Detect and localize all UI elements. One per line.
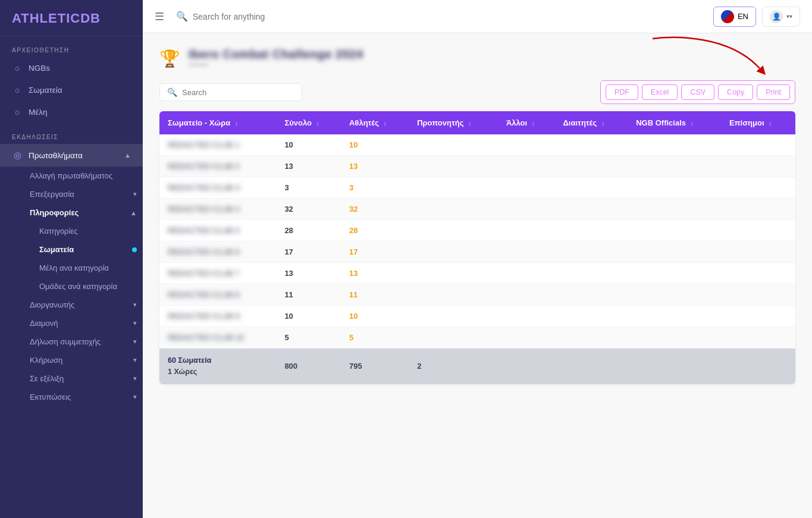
cell-proponitirs bbox=[409, 306, 498, 327]
cell-diaitites bbox=[555, 284, 628, 306]
cell-synolo: 3 bbox=[276, 177, 341, 199]
chevron-down-icon: ▾ bbox=[133, 190, 137, 198]
excel-button[interactable]: Excel bbox=[642, 84, 678, 100]
col-alloi: Άλλοι ↕ bbox=[498, 111, 555, 134]
sidebar-item-kathgories[interactable]: Κατηγορίες bbox=[33, 222, 143, 240]
omades-label: Ομάδες ανά κατηγορία bbox=[39, 282, 117, 291]
page-title-text: Ibero Combat Challenge 2024 •••••••• bbox=[189, 48, 363, 70]
melh-icon: ○ bbox=[12, 107, 23, 117]
footer-athlites: 795 bbox=[341, 349, 409, 384]
chevron-down-icon6: ▾ bbox=[133, 375, 137, 382]
data-table: Σωματείο - Χώρα ↕ Σύνολο ↕ Αθλητές ↕ bbox=[159, 111, 795, 384]
epexergasia-label: Επεξεργασία bbox=[30, 190, 74, 199]
app-logo: ATHLETICDB bbox=[0, 0, 143, 36]
cell-episimoi bbox=[721, 156, 795, 177]
lang-label: EN bbox=[738, 12, 748, 21]
chevron-down-icon4: ▾ bbox=[133, 338, 137, 346]
cell-synolo: 17 bbox=[276, 241, 341, 263]
col-ngb: NGB Officials ↕ bbox=[628, 111, 721, 134]
sort-icon-diaitites[interactable]: ↕ bbox=[601, 120, 604, 127]
cell-club: REDACTED CLUB 8 bbox=[159, 284, 276, 306]
sidebar-item-swmateio2[interactable]: Σωματεία bbox=[33, 240, 143, 259]
user-avatar-icon: 👤 bbox=[770, 10, 783, 23]
table-row: REDACTED CLUB 21313 bbox=[159, 156, 795, 177]
cell-athlites: 13 bbox=[341, 156, 409, 177]
sort-icon-episimoi[interactable]: ↕ bbox=[769, 120, 772, 127]
data-table-wrapper: Σωματείο - Χώρα ↕ Σύνολο ↕ Αθλητές ↕ bbox=[159, 111, 795, 384]
sidebar-item-plhrofories[interactable]: Πληροφορίες ▲ bbox=[24, 203, 143, 222]
sidebar-item-swmateio[interactable]: ○ Σωματεία bbox=[0, 79, 143, 101]
cell-athlites: 3 bbox=[341, 177, 409, 199]
cell-alloi bbox=[498, 220, 555, 241]
hamburger-icon[interactable]: ☰ bbox=[155, 10, 164, 23]
pdf-button[interactable]: PDF bbox=[606, 84, 638, 100]
col-synolo: Σύνολο ↕ bbox=[276, 111, 341, 134]
cell-athlites: 32 bbox=[341, 199, 409, 220]
sidebar-item-melh[interactable]: ○ Μέλη bbox=[0, 101, 143, 123]
sort-icon-synolo[interactable]: ↕ bbox=[316, 120, 319, 127]
footer-diaitites bbox=[555, 349, 628, 384]
cell-alloi bbox=[498, 156, 555, 177]
table-scroll[interactable]: Σωματείο - Χώρα ↕ Σύνολο ↕ Αθλητές ↕ bbox=[159, 111, 795, 384]
table-footer: 60 Σωματεία 1 Χώρες 800 795 2 bbox=[159, 349, 795, 384]
sidebar-item-dhlwsh[interactable]: Δήλωση συμμετοχής ▾ bbox=[24, 332, 143, 351]
trophy-icon: 🏆 bbox=[159, 49, 180, 68]
user-button[interactable]: 👤 ▾▾ bbox=[762, 7, 800, 27]
cell-proponitirs bbox=[409, 156, 498, 177]
topbar-right: EN 👤 ▾▾ bbox=[713, 7, 800, 27]
sort-icon-proponitirs[interactable]: ↕ bbox=[468, 120, 471, 127]
plhrofories-submenu: Κατηγορίες Σωματεία Μέλη ανα κατηγορία Ο… bbox=[24, 222, 143, 296]
cell-athlites: 28 bbox=[341, 220, 409, 241]
logo-text-db: DB bbox=[80, 11, 101, 26]
cell-proponitirs bbox=[409, 199, 498, 220]
sort-icon-alloi[interactable]: ↕ bbox=[532, 120, 535, 127]
table-row: REDACTED CLUB 52828 bbox=[159, 220, 795, 241]
cell-diaitites bbox=[555, 220, 628, 241]
cell-episimoi bbox=[721, 199, 795, 220]
copy-button[interactable]: Copy bbox=[718, 84, 753, 100]
cell-ngb bbox=[628, 263, 721, 284]
sort-icon-athlites[interactable]: ↕ bbox=[384, 120, 387, 127]
sidebar-item-diamoni[interactable]: Διαμονή ▾ bbox=[24, 314, 143, 332]
cell-ngb bbox=[628, 284, 721, 306]
cell-episimoi bbox=[721, 134, 795, 156]
sidebar-item-allagi[interactable]: Αλλαγή πρωταθλήματος bbox=[24, 167, 143, 185]
topbar-search-input[interactable] bbox=[193, 12, 371, 21]
main-content: ☰ 🔍 EN 👤 ▾▾ 🏆 Ibero Combat Challenge 202… bbox=[143, 0, 812, 518]
sort-icon-club[interactable]: ↕ bbox=[235, 120, 238, 127]
sidebar-item-epexergasia[interactable]: Επεξεργασία ▾ bbox=[24, 185, 143, 203]
cell-diaitites bbox=[555, 199, 628, 220]
topbar: ☰ 🔍 EN 👤 ▾▾ bbox=[143, 0, 812, 33]
allagi-label: Αλλαγή πρωταθλήματος bbox=[30, 171, 112, 180]
col-athlites: Αθλητές ↕ bbox=[341, 111, 409, 134]
cell-alloi bbox=[498, 241, 555, 263]
cell-episimoi bbox=[721, 177, 795, 199]
sidebar-item-omades[interactable]: Ομάδες ανά κατηγορία bbox=[33, 277, 143, 296]
sidebar-item-diorganotis[interactable]: Διοργανωτής ▾ bbox=[24, 296, 143, 314]
sidebar-item-se-exelixi[interactable]: Σε εξέλιξη ▾ bbox=[24, 369, 143, 388]
sidebar-item-melh-ana[interactable]: Μέλη ανα κατηγορία bbox=[33, 259, 143, 277]
export-buttons-group: PDF Excel CSV Copy Print bbox=[600, 80, 795, 104]
cell-athlites: 10 bbox=[341, 134, 409, 156]
search-input[interactable] bbox=[182, 88, 294, 97]
cell-episimoi bbox=[721, 241, 795, 263]
sidebar-item-protathlimata[interactable]: ◎ Πρωταθλήματα ▲ bbox=[0, 144, 143, 167]
sort-icon-ngb[interactable]: ↕ bbox=[691, 120, 694, 127]
sidebar-item-ektupwseis[interactable]: Εκτυπώσεις ▾ bbox=[24, 388, 143, 406]
cell-athlites: 17 bbox=[341, 241, 409, 263]
table-row: REDACTED CLUB 71313 bbox=[159, 263, 795, 284]
footer-proponitirs: 2 bbox=[409, 349, 498, 384]
sidebar-item-label: NGBs bbox=[29, 64, 50, 73]
cell-proponitirs bbox=[409, 284, 498, 306]
cell-synolo: 28 bbox=[276, 220, 341, 241]
table-row: REDACTED CLUB 1055 bbox=[159, 327, 795, 349]
sidebar-item-klirwsh[interactable]: Κλήρωση ▾ bbox=[24, 351, 143, 369]
cell-athlites: 13 bbox=[341, 263, 409, 284]
swmateio2-label: Σωματεία bbox=[39, 245, 74, 254]
page-subtitle: •••••••• bbox=[189, 61, 363, 70]
print-button[interactable]: Print bbox=[757, 84, 790, 100]
language-button[interactable]: EN bbox=[713, 7, 756, 27]
sidebar-item-ngbs[interactable]: ○ NGBs bbox=[0, 57, 143, 79]
csv-button[interactable]: CSV bbox=[681, 84, 714, 100]
cell-alloi bbox=[498, 199, 555, 220]
